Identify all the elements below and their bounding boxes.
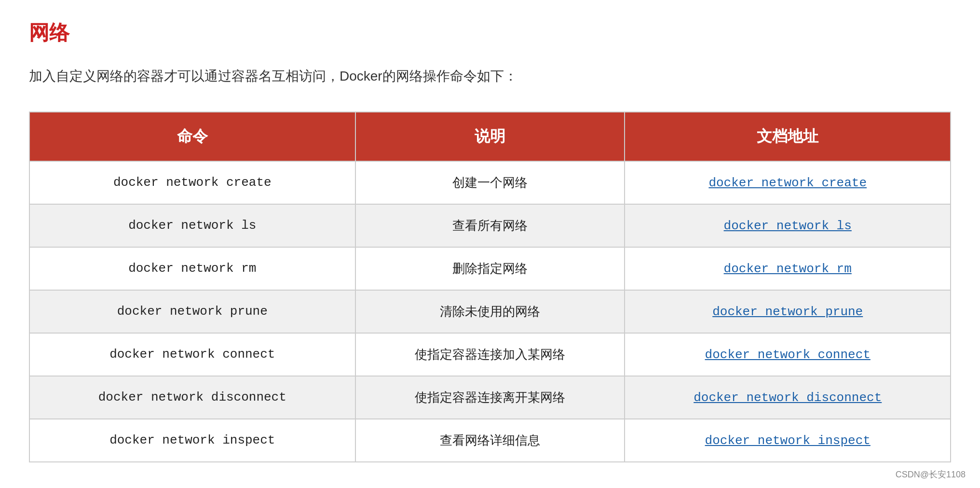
doc-link[interactable]: docker network prune	[712, 305, 863, 319]
link-cell[interactable]: docker network disconnect	[625, 376, 951, 419]
link-cell[interactable]: docker network rm	[625, 247, 951, 290]
command-cell: docker network inspect	[29, 419, 355, 462]
table-row: docker network create创建一个网络docker networ…	[29, 161, 951, 204]
header-command: 命令	[29, 112, 355, 161]
header-description: 说明	[355, 112, 625, 161]
table-row: docker network prune清除未使用的网络docker netwo…	[29, 290, 951, 333]
intro-paragraph: 加入自定义网络的容器才可以通过容器名互相访问，Docker的网络操作命令如下：	[29, 66, 951, 87]
description-cell: 删除指定网络	[355, 247, 625, 290]
header-docs: 文档地址	[625, 112, 951, 161]
description-cell: 创建一个网络	[355, 161, 625, 204]
description-cell: 清除未使用的网络	[355, 290, 625, 333]
description-cell: 查看所有网络	[355, 204, 625, 247]
commands-table: 命令 说明 文档地址 docker network create创建一个网络do…	[29, 112, 951, 462]
description-cell: 使指定容器连接离开某网络	[355, 376, 625, 419]
doc-link[interactable]: docker network connect	[705, 348, 871, 362]
link-cell[interactable]: docker network prune	[625, 290, 951, 333]
page-title: 网络	[29, 19, 951, 46]
command-cell: docker network disconnect	[29, 376, 355, 419]
table-row: docker network rm删除指定网络docker network rm	[29, 247, 951, 290]
link-cell[interactable]: docker network ls	[625, 204, 951, 247]
link-cell[interactable]: docker network create	[625, 161, 951, 204]
doc-link[interactable]: docker network rm	[724, 262, 852, 276]
table-row: docker network ls查看所有网络docker network ls	[29, 204, 951, 247]
command-cell: docker network ls	[29, 204, 355, 247]
doc-link[interactable]: docker network create	[708, 176, 867, 190]
table-row: docker network connect使指定容器连接加入某网络docker…	[29, 333, 951, 376]
description-cell: 查看网络详细信息	[355, 419, 625, 462]
link-cell[interactable]: docker network connect	[625, 333, 951, 376]
link-cell[interactable]: docker network inspect	[625, 419, 951, 462]
table-row: docker network disconnect使指定容器连接离开某网络doc…	[29, 376, 951, 419]
table-row: docker network inspect查看网络详细信息docker net…	[29, 419, 951, 462]
doc-link[interactable]: docker network disconnect	[694, 390, 882, 405]
watermark: CSDN@长安1108	[896, 469, 966, 480]
description-cell: 使指定容器连接加入某网络	[355, 333, 625, 376]
table-header-row: 命令 说明 文档地址	[29, 112, 951, 161]
command-cell: docker network create	[29, 161, 355, 204]
doc-link[interactable]: docker network ls	[724, 219, 852, 233]
command-cell: docker network connect	[29, 333, 355, 376]
command-cell: docker network rm	[29, 247, 355, 290]
doc-link[interactable]: docker network inspect	[705, 433, 871, 448]
command-cell: docker network prune	[29, 290, 355, 333]
